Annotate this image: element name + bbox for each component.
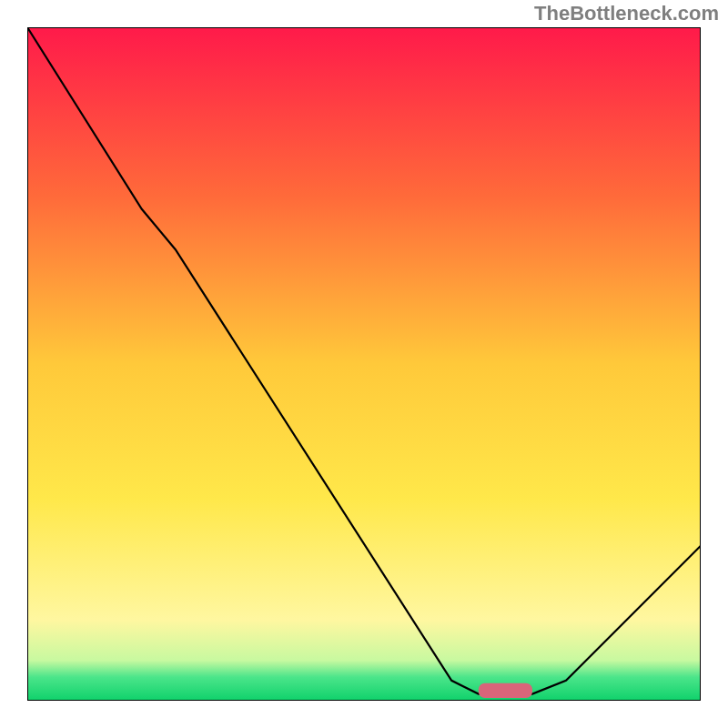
chart-background: [27, 27, 701, 701]
bottleneck-chart: [27, 27, 701, 701]
watermark-text: TheBottleneck.com: [534, 2, 719, 25]
chart-svg: [27, 27, 701, 701]
optimal-range-marker: [479, 683, 532, 698]
